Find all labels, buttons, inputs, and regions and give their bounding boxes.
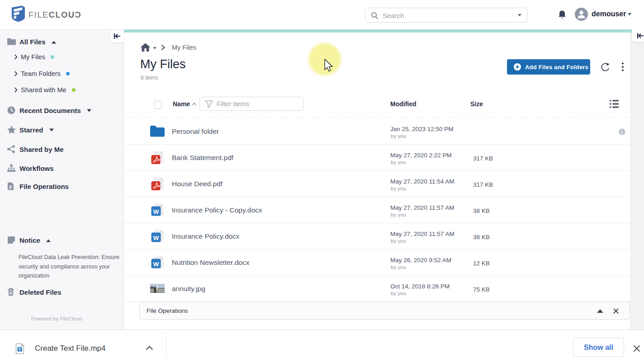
svg-text:W: W <box>153 208 159 215</box>
svg-text:W: W <box>153 235 159 241</box>
svg-text:W: W <box>153 261 159 268</box>
